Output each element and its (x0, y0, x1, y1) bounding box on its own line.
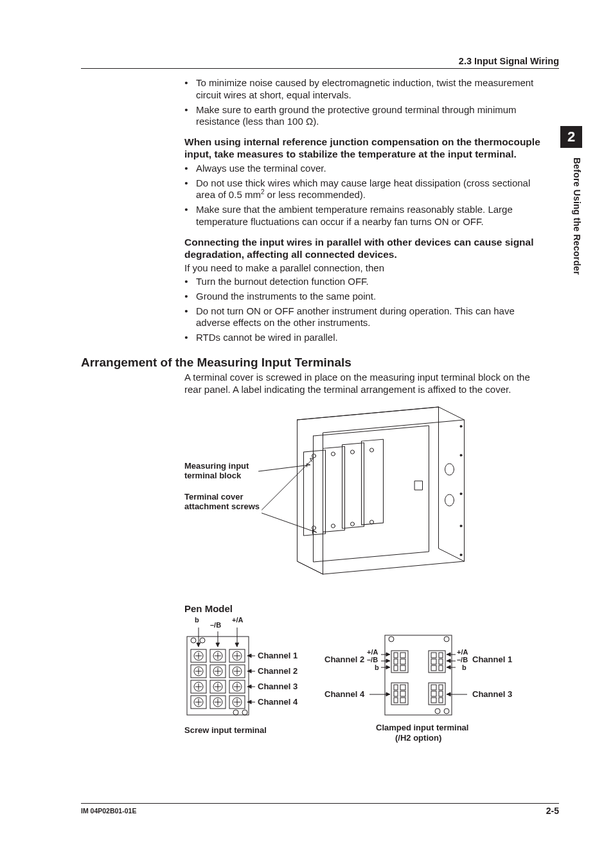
thermocouple-heading: When using internal reference junction c… (184, 136, 545, 161)
svg-rect-101 (400, 698, 405, 703)
list-item: Ground the instruments to the same point… (196, 291, 545, 303)
svg-rect-111 (431, 691, 436, 696)
svg-rect-14 (415, 481, 423, 490)
list-item: To minimize noise caused by electromagne… (196, 77, 545, 102)
list-item: Always use the terminal cover. (196, 163, 545, 175)
svg-point-15 (460, 426, 462, 428)
svg-point-7 (332, 524, 335, 528)
svg-rect-99 (400, 685, 405, 690)
callout-block: Measuring input terminal block (184, 462, 262, 481)
clamped-terminal-diagram: +/A –/B b +/A –/B b Channel 2 Channel 4 … (324, 633, 530, 742)
list-item: Make sure that the ambient temperature r… (196, 204, 545, 228)
svg-point-4 (312, 454, 316, 458)
svg-rect-113 (439, 685, 443, 690)
pin-pA: +/A (232, 616, 243, 625)
callout-screws: Terminal cover attachment screws (184, 493, 262, 512)
list-item: RTDs cannot be wired in parallel. (196, 332, 545, 344)
footer-page: 2-5 (546, 806, 559, 817)
noise-bullets: To minimize noise caused by electromagne… (184, 77, 545, 128)
svg-rect-1 (323, 446, 345, 532)
list-item: Do not use thick wires which may cause l… (196, 177, 545, 202)
svg-rect-103 (431, 653, 436, 658)
svg-point-8 (351, 450, 355, 454)
svg-point-86 (435, 709, 440, 714)
svg-line-20 (259, 465, 310, 471)
clamped-caption-2: (/H2 option) (395, 733, 441, 743)
svg-point-6 (332, 452, 335, 456)
svg-point-85 (444, 637, 449, 642)
header-rule (81, 68, 559, 69)
thermocouple-bullets: Always use the terminal cover. Do not us… (184, 163, 545, 228)
parallel-heading: Connecting the input wires in parallel w… (184, 236, 545, 261)
svg-rect-94 (400, 665, 405, 671)
svg-rect-92 (400, 653, 405, 658)
svg-rect-108 (439, 665, 443, 671)
svg-rect-96 (394, 685, 398, 690)
svg-point-9 (351, 522, 355, 526)
footer-rule (81, 803, 559, 804)
svg-point-26 (233, 710, 238, 715)
svg-rect-100 (400, 691, 405, 696)
figure-callouts: Measuring input terminal block Terminal … (184, 462, 262, 523)
svg-rect-104 (431, 659, 436, 664)
footer-docid: IM 04P02B01-01E (81, 807, 136, 815)
channel-4: Channel 4 (258, 697, 298, 707)
body-column: To minimize noise caused by electromagne… (184, 77, 545, 352)
svg-point-18 (460, 525, 462, 527)
pin-b-left: b (375, 664, 379, 673)
running-header-caption: 2.3 Input Signal Wiring (459, 55, 559, 67)
svg-point-5 (312, 526, 316, 530)
svg-rect-0 (304, 450, 326, 536)
pin-b-right: b (462, 664, 466, 673)
channel-1: Channel 1 (258, 651, 298, 661)
screw-caption: Screw input terminal (184, 725, 267, 736)
svg-point-13 (445, 494, 454, 506)
pin-b: b (195, 616, 199, 625)
pen-model-title: Pen Model (184, 603, 233, 615)
svg-rect-107 (439, 659, 443, 664)
svg-line-21 (262, 458, 314, 510)
svg-rect-106 (439, 653, 443, 658)
channel-3: Channel 3 (258, 682, 298, 692)
svg-point-12 (445, 464, 454, 475)
chapter-tab-label: Before Using the Recorder (568, 158, 582, 286)
svg-rect-115 (439, 698, 443, 703)
pin-mB: –/B (210, 621, 221, 630)
svg-point-27 (242, 710, 247, 715)
channel-2: Channel 2 (258, 666, 298, 676)
svg-rect-91 (394, 665, 398, 671)
svg-rect-112 (431, 698, 436, 703)
list-item: Turn the burnout detection function OFF. (196, 276, 545, 288)
svg-rect-114 (439, 691, 443, 696)
channel-1: Channel 1 (472, 655, 512, 665)
channel-2: Channel 2 (324, 655, 364, 665)
arrangement-heading: Arrangement of the Measuring Input Termi… (81, 355, 351, 370)
svg-point-24 (191, 638, 196, 643)
svg-rect-89 (394, 653, 398, 658)
parallel-bullets: Turn the burnout detection function OFF.… (184, 276, 545, 344)
svg-rect-110 (431, 685, 436, 690)
parallel-intro: If you need to make a parallel connectio… (184, 262, 545, 275)
svg-point-17 (460, 493, 462, 495)
clamped-caption-1: Clamped input terminal (376, 723, 468, 733)
arrangement-body: A terminal cover is screwed in place on … (184, 372, 545, 396)
svg-point-87 (444, 709, 449, 714)
svg-line-22 (262, 513, 317, 532)
svg-rect-90 (394, 659, 398, 664)
svg-point-25 (200, 638, 205, 643)
svg-point-84 (389, 637, 394, 642)
svg-point-10 (370, 448, 374, 452)
svg-point-11 (370, 520, 374, 524)
svg-rect-105 (431, 665, 436, 671)
svg-point-19 (460, 554, 462, 556)
svg-rect-98 (394, 698, 398, 703)
list-item: Do not turn ON or OFF another instrument… (196, 305, 545, 330)
svg-point-16 (460, 455, 462, 457)
channel-3: Channel 3 (472, 689, 512, 700)
svg-rect-97 (394, 691, 398, 696)
chapter-tab: 2 (560, 126, 582, 148)
svg-rect-2 (342, 443, 364, 529)
channel-4: Channel 4 (324, 689, 364, 700)
list-item: Make sure to earth ground the protective… (196, 104, 545, 129)
svg-rect-93 (400, 659, 405, 664)
